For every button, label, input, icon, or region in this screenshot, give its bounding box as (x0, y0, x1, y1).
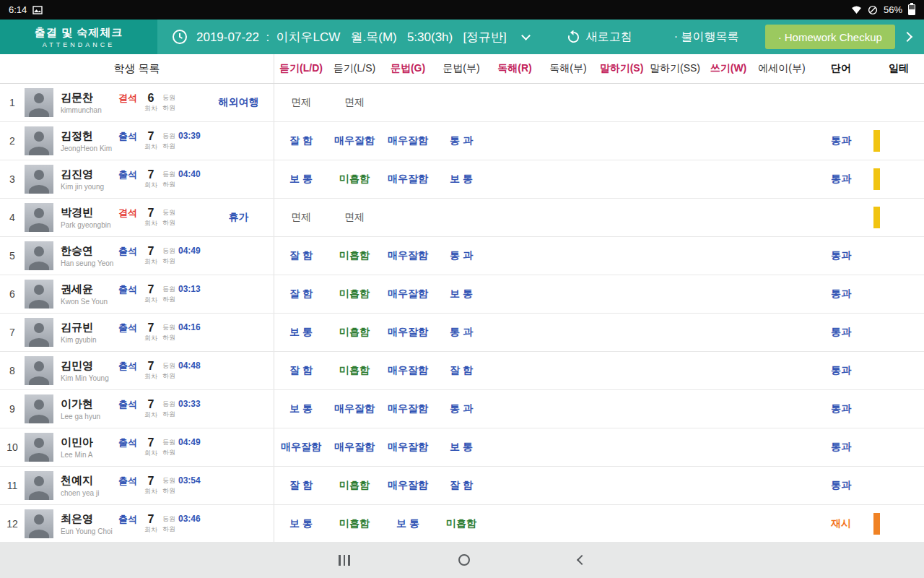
grade-cell[interactable] (488, 505, 541, 543)
grade-cell[interactable] (595, 275, 648, 313)
grade-cell[interactable]: 면제 (274, 84, 328, 121)
attendance-status[interactable]: 출석 (118, 130, 137, 143)
attendance-status[interactable]: 출석 (118, 436, 137, 449)
word-test-cell[interactable]: 통과 (808, 275, 873, 313)
grade-cell[interactable] (541, 505, 595, 543)
daily-test-cell[interactable] (873, 160, 924, 198)
grade-cell[interactable] (648, 505, 702, 543)
grade-cell[interactable] (702, 84, 755, 121)
grade-cell[interactable]: 보 통 (274, 505, 328, 543)
student-row[interactable]: 2김정헌출석JeongHeon Kim7회차등원03:39하원잘 함매우잘함매우… (0, 122, 924, 160)
word-test-cell[interactable]: 통과 (808, 390, 873, 428)
grade-cell[interactable]: 매우잘함 (381, 237, 435, 275)
daily-test-cell[interactable] (873, 352, 924, 389)
grade-cell[interactable]: 미흡함 (328, 314, 381, 351)
daily-test-cell[interactable] (873, 467, 924, 504)
grade-cell[interactable] (648, 237, 702, 275)
word-test-cell[interactable]: 통과 (808, 428, 873, 466)
grade-cell[interactable] (595, 314, 648, 351)
grade-cell[interactable] (595, 84, 648, 121)
grade-cell[interactable] (755, 84, 808, 121)
grade-cell[interactable] (755, 122, 808, 160)
student-row[interactable]: 12최은영출석Eun Young Choi7회차등원03:46하원보 통미흡함보… (0, 505, 924, 543)
back-button[interactable] (577, 555, 587, 565)
attendance-status[interactable]: 출석 (118, 398, 137, 411)
grade-cell[interactable]: 미흡함 (435, 505, 488, 543)
grade-cell[interactable] (702, 428, 755, 466)
grade-cell[interactable] (648, 122, 702, 160)
grade-cell[interactable] (488, 390, 541, 428)
grade-cell[interactable] (595, 505, 648, 543)
daily-test-cell[interactable] (873, 122, 924, 160)
grade-cell[interactable]: 잘 함 (435, 467, 488, 504)
grade-cell[interactable] (595, 352, 648, 389)
daily-test-cell[interactable] (873, 237, 924, 275)
homework-checkup-button[interactable]: · Homework Checkup (765, 25, 895, 49)
daily-test-cell[interactable] (873, 428, 924, 466)
attendance-status[interactable]: 출석 (118, 168, 137, 181)
grade-cell[interactable]: 보 통 (435, 428, 488, 466)
app-title-block[interactable]: 출결 및 숙제체크 ATTENDANCE (0, 20, 157, 54)
grade-cell[interactable]: 매우잘함 (381, 352, 435, 389)
grade-cell[interactable]: 미흡함 (328, 505, 381, 543)
grade-cell[interactable] (702, 505, 755, 543)
grade-cell[interactable]: 잘 함 (435, 352, 488, 389)
grade-cell[interactable]: 미흡함 (328, 275, 381, 313)
word-test-cell[interactable]: 통과 (808, 352, 873, 389)
grade-cell[interactable] (488, 122, 541, 160)
grade-cell[interactable]: 잘 함 (274, 467, 328, 504)
grade-cell[interactable]: 매우잘함 (328, 428, 381, 466)
grade-cell[interactable]: 면제 (328, 199, 381, 236)
grade-cell[interactable] (755, 199, 808, 236)
attendance-status[interactable]: 결석 (118, 92, 137, 105)
grade-cell[interactable] (702, 467, 755, 504)
student-row[interactable]: 6권세윤출석Kwon Se Youn7회차등원03:13하원잘 함미흡함매우잘함… (0, 275, 924, 314)
grade-cell[interactable] (541, 199, 595, 236)
grade-cell[interactable] (488, 428, 541, 466)
daily-test-cell[interactable] (873, 390, 924, 428)
grade-cell[interactable] (595, 428, 648, 466)
grade-cell[interactable] (541, 428, 595, 466)
grade-cell[interactable] (488, 314, 541, 351)
attendance-status[interactable]: 출석 (118, 513, 137, 526)
grade-cell[interactable] (541, 160, 595, 198)
grade-cell[interactable] (381, 84, 435, 121)
word-test-cell[interactable]: 통과 (808, 237, 873, 275)
student-row[interactable]: 10이민아출석Lee Min A7회차등원04:49하원매우잘함매우잘함매우잘함… (0, 428, 924, 467)
grade-cell[interactable] (648, 428, 702, 466)
grade-cell[interactable] (702, 314, 755, 351)
grade-cell[interactable] (702, 275, 755, 313)
student-row[interactable]: 11천예지출석choen yea ji7회차등원03:54하원잘 함미흡함매우잘… (0, 467, 924, 505)
grade-cell[interactable]: 잘 함 (274, 237, 328, 275)
grade-cell[interactable] (541, 84, 595, 121)
word-test-cell[interactable]: 재시 (808, 505, 873, 543)
grade-cell[interactable] (595, 390, 648, 428)
grade-cell[interactable] (648, 314, 702, 351)
grade-cell[interactable] (541, 314, 595, 351)
grade-cell[interactable] (702, 122, 755, 160)
grade-cell[interactable]: 매우잘함 (328, 390, 381, 428)
word-test-cell[interactable]: 통과 (808, 467, 873, 504)
grade-cell[interactable]: 매우잘함 (381, 275, 435, 313)
word-test-cell[interactable]: 통과 (808, 160, 873, 198)
grade-cell[interactable] (488, 352, 541, 389)
grade-cell[interactable] (435, 84, 488, 121)
grade-cell[interactable]: 미흡함 (328, 160, 381, 198)
word-test-cell[interactable]: 통과 (808, 314, 873, 351)
grade-cell[interactable]: 미흡함 (328, 352, 381, 389)
attendance-status[interactable]: 출석 (118, 245, 137, 258)
grade-cell[interactable] (541, 237, 595, 275)
grade-cell[interactable]: 통 과 (435, 390, 488, 428)
grade-cell[interactable]: 매우잘함 (381, 390, 435, 428)
word-test-cell[interactable]: 통과 (808, 122, 873, 160)
grade-cell[interactable]: 매우잘함 (381, 467, 435, 504)
refresh-button[interactable]: 새로고침 (567, 30, 632, 45)
grade-cell[interactable] (755, 352, 808, 389)
grade-cell[interactable] (488, 84, 541, 121)
grade-cell[interactable] (595, 122, 648, 160)
grade-cell[interactable] (648, 84, 702, 121)
grade-cell[interactable] (595, 160, 648, 198)
student-row[interactable]: 3김진영출석Kim jin young7회차등원04:40하원보 통미흡함매우잘… (0, 160, 924, 199)
daily-test-cell[interactable] (873, 314, 924, 351)
daily-test-cell[interactable] (873, 199, 924, 236)
